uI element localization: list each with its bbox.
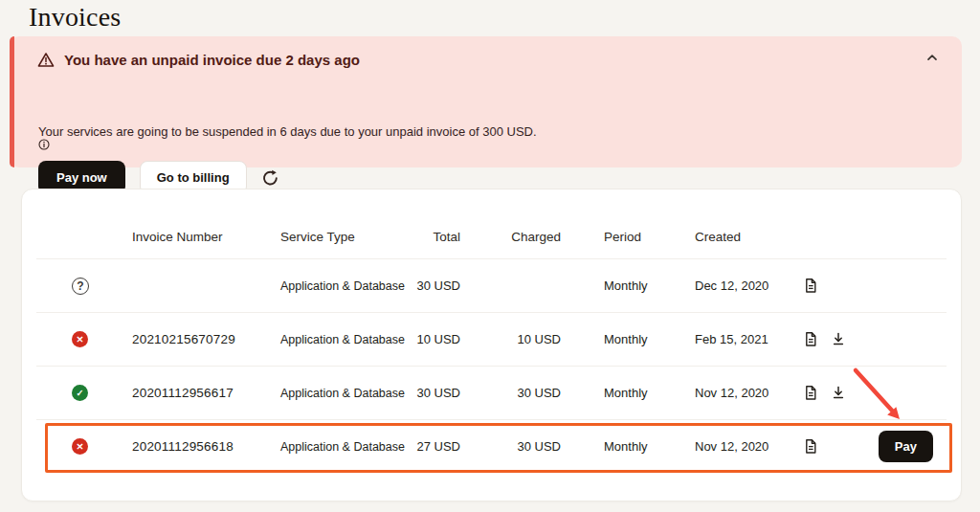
table-row: ✓ 20201112956617 Application & Database … bbox=[36, 366, 947, 419]
header-period: Period bbox=[561, 230, 695, 244]
download-icon[interactable] bbox=[831, 331, 846, 347]
table-row: ✕ 20210215670729 Application & Database … bbox=[36, 312, 947, 366]
unpaid-invoice-alert: You have an unpaid invoice due 2 days ag… bbox=[10, 36, 962, 167]
page-title: Invoices bbox=[29, 2, 121, 33]
alert-title: You have an unpaid invoice due 2 days ag… bbox=[64, 52, 360, 68]
status-cell: ✓ bbox=[39, 385, 132, 401]
status-cell: ✕ bbox=[39, 438, 132, 455]
header-total: Total bbox=[405, 230, 460, 244]
invoice-number-cell: 20201112956617 bbox=[132, 386, 280, 400]
invoices-page: Invoices You have an unpaid invoice due … bbox=[0, 0, 980, 512]
period-cell: Monthly bbox=[561, 278, 695, 293]
document-icon[interactable] bbox=[803, 331, 818, 347]
pay-button[interactable]: Pay bbox=[879, 431, 933, 462]
total-cell: 10 USD bbox=[405, 332, 460, 346]
document-icon[interactable] bbox=[803, 278, 818, 294]
service-type-cell: Application & Database bbox=[280, 387, 405, 400]
status-failed-icon: ✕ bbox=[72, 438, 88, 455]
header-charged: Charged bbox=[460, 230, 561, 244]
period-cell: Monthly bbox=[561, 332, 695, 346]
alert-body: Your services are going to be suspended … bbox=[38, 121, 540, 150]
document-icon[interactable] bbox=[803, 438, 818, 455]
service-type-cell: Application & Database bbox=[280, 440, 405, 454]
alert-header: You have an unpaid invoice due 2 days ag… bbox=[37, 52, 360, 68]
period-cell: Monthly bbox=[561, 439, 695, 454]
created-cell: Nov 12, 2020 bbox=[695, 386, 803, 400]
charged-cell: 30 USD bbox=[460, 386, 561, 400]
created-cell: Nov 12, 2020 bbox=[695, 439, 803, 454]
warning-triangle-icon bbox=[37, 52, 55, 68]
status-cell: ✕ bbox=[39, 331, 132, 347]
download-icon[interactable] bbox=[831, 385, 846, 401]
status-failed-icon: ✕ bbox=[72, 331, 88, 347]
header-service-type: Service Type bbox=[280, 230, 405, 244]
table-header-row: Invoice Number Service Type Total Charge… bbox=[36, 189, 947, 258]
actions-cell bbox=[803, 385, 870, 401]
invoice-number-cell: 20210215670729 bbox=[132, 332, 280, 346]
pay-cell: Pay bbox=[870, 431, 947, 462]
invoice-number-cell: 20201112956618 bbox=[132, 439, 280, 454]
status-unknown-icon[interactable]: ? bbox=[72, 278, 89, 295]
status-paid-icon: ✓ bbox=[72, 385, 88, 401]
total-cell: 30 USD bbox=[405, 386, 460, 400]
period-cell: Monthly bbox=[561, 386, 695, 400]
chevron-up-icon[interactable] bbox=[925, 52, 939, 63]
actions-cell bbox=[803, 278, 870, 294]
total-cell: 30 USD bbox=[405, 278, 460, 293]
actions-cell bbox=[803, 438, 870, 455]
charged-cell: 10 USD bbox=[460, 332, 561, 346]
status-cell: ? bbox=[39, 278, 132, 295]
total-cell: 27 USD bbox=[405, 439, 460, 454]
document-icon[interactable] bbox=[803, 385, 818, 401]
table-row: ? Application & Database 30 USD Monthly … bbox=[36, 258, 947, 312]
invoices-table-card: Invoice Number Service Type Total Charge… bbox=[21, 189, 962, 501]
created-cell: Feb 15, 2021 bbox=[695, 332, 803, 346]
table-row-highlighted: ✕ 20201112956618 Application & Database … bbox=[36, 419, 947, 473]
actions-cell bbox=[803, 331, 870, 347]
created-cell: Dec 12, 2020 bbox=[695, 278, 803, 293]
header-invoice-number: Invoice Number bbox=[132, 230, 280, 244]
info-icon[interactable] bbox=[38, 139, 540, 150]
service-type-cell: Application & Database bbox=[280, 333, 405, 346]
service-type-cell: Application & Database bbox=[280, 279, 405, 293]
alert-body-text: Your services are going to be suspended … bbox=[38, 124, 537, 139]
header-created: Created bbox=[695, 230, 803, 244]
charged-cell: 30 USD bbox=[460, 439, 561, 454]
refresh-icon[interactable] bbox=[261, 168, 279, 187]
